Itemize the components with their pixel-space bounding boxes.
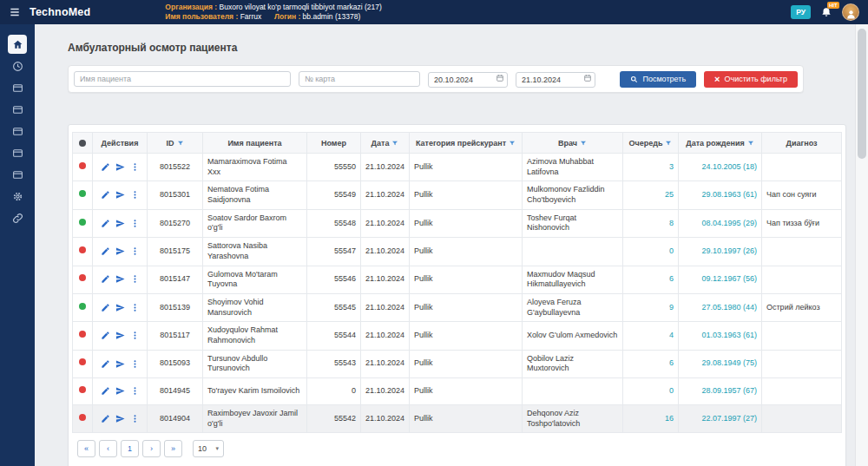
sidebar-item-module-3[interactable] [8, 121, 27, 141]
table-row[interactable]: 8015301Nematova Fotima Saidjonovna555492… [73, 181, 842, 209]
more-options-icon[interactable] [130, 303, 140, 312]
send-icon[interactable] [115, 246, 125, 256]
edit-icon[interactable] [101, 359, 110, 369]
edit-icon[interactable] [101, 219, 110, 228]
table-row[interactable]: 8015139Shoyimov Vohid Mansurovich5554521… [73, 293, 842, 321]
send-icon[interactable] [115, 190, 125, 200]
edit-icon[interactable] [101, 162, 110, 172]
edit-icon[interactable] [101, 303, 110, 312]
calendar-icon[interactable] [583, 74, 592, 82]
column-header-number: Номер [307, 133, 361, 154]
page-button[interactable]: › [142, 440, 161, 457]
patient-id: 8015522 [148, 154, 203, 181]
column-header-id[interactable]: ID [148, 133, 203, 154]
table-row[interactable]: 8014904Raximboyev Javoxir Jamil o'g'li55… [73, 405, 842, 433]
send-icon[interactable] [115, 359, 125, 369]
language-button[interactable]: РУ [791, 5, 811, 19]
column-header-date[interactable]: Дата [361, 133, 410, 154]
table-row[interactable]: 8015270Soatov Sardor Baxrom o'g'li555482… [73, 209, 842, 237]
more-options-icon[interactable] [130, 414, 140, 423]
card-number-input[interactable] [299, 71, 420, 87]
more-options-icon[interactable] [130, 274, 140, 284]
column-header-queue[interactable]: Очередь [623, 133, 679, 154]
visit-date: 21.10.2024 [361, 322, 410, 350]
patients-table: ДействияIDИмя пациентаНомерДатаКатегория… [72, 132, 842, 433]
doctor-name: Qobilov Laziz Muxtorovich [523, 350, 623, 377]
table-row[interactable]: 8015522Mamaraximova Fotima Xxx5555021.10… [73, 154, 842, 181]
table-row[interactable]: 8014945To'rayev Karim Ismoilovich021.10.… [73, 378, 842, 405]
edit-icon[interactable] [101, 190, 110, 200]
filter-icon[interactable] [747, 140, 754, 147]
edit-icon[interactable] [101, 414, 110, 423]
table-row[interactable]: 8015093Tursunov Abdullo Tursunovich55543… [73, 350, 842, 377]
menu-icon[interactable] [9, 6, 21, 18]
card-number: 55545 [307, 293, 361, 321]
send-icon[interactable] [115, 274, 125, 284]
more-options-icon[interactable] [130, 162, 140, 172]
table-row[interactable]: 8015147Gulomova Mo'taram Tuyovna5554621.… [73, 266, 842, 293]
queue-number: 16 [623, 405, 679, 433]
send-icon[interactable] [115, 303, 125, 312]
more-options-icon[interactable] [130, 359, 140, 369]
sidebar-item-links[interactable] [8, 208, 27, 227]
table-row[interactable]: 8015175Sattorova Nasiba Yarashovna555472… [73, 238, 842, 266]
sidebar-item-module-5[interactable] [8, 165, 27, 184]
column-header-birth[interactable]: Дата рождения [679, 133, 762, 154]
search-icon [630, 75, 638, 83]
filter-icon[interactable] [665, 140, 672, 147]
table-row[interactable]: 8015117Xudoyqulov Rahmat Rahmonovich5554… [73, 322, 842, 350]
more-options-icon[interactable] [130, 246, 140, 256]
patient-name: Raximboyev Javoxir Jamil o'g'li [203, 405, 307, 433]
user-label: Имя пользователя : [165, 12, 238, 21]
page-button[interactable]: 1 [121, 440, 139, 457]
column-label: Очередь [629, 139, 663, 148]
calendar-icon[interactable] [496, 74, 504, 82]
doctor-name: Azimova Muhabbat Latifovna [523, 154, 623, 181]
visit-date: 21.10.2024 [361, 350, 410, 377]
sidebar-item-module-2[interactable] [8, 100, 27, 119]
clear-filter-button[interactable]: × Очистить фильтр [704, 71, 798, 88]
sidebar-item-home[interactable] [8, 35, 27, 54]
send-icon[interactable] [115, 414, 125, 423]
edit-icon[interactable] [101, 274, 110, 284]
column-header-doctor[interactable]: Врач [523, 133, 623, 154]
send-icon[interactable] [115, 219, 125, 228]
sidebar-item-module-4[interactable] [8, 143, 27, 162]
more-options-icon[interactable] [130, 190, 140, 200]
sidebar-item-settings[interactable] [8, 187, 27, 206]
patient-name-input[interactable] [74, 71, 291, 87]
edit-icon[interactable] [101, 331, 110, 340]
scrollbar-thumb[interactable] [858, 29, 866, 159]
page-size-value: 10 [198, 444, 207, 453]
more-options-icon[interactable] [130, 219, 140, 228]
sidebar-item-history[interactable] [8, 56, 27, 75]
edit-icon[interactable] [101, 386, 110, 396]
edit-icon[interactable] [101, 246, 110, 256]
column-label: Дата рождения [686, 139, 745, 148]
column-header-category[interactable]: Категория прейскурант [410, 133, 523, 154]
price-category: Pullik [410, 266, 523, 293]
card-icon [12, 169, 23, 180]
send-icon[interactable] [115, 386, 125, 396]
more-options-icon[interactable] [130, 386, 140, 396]
user-avatar[interactable] [842, 3, 859, 21]
price-category: Pullik [410, 322, 523, 350]
birth-date: 01.03.1963 (61) [679, 322, 762, 350]
page-button[interactable]: « [77, 440, 95, 457]
filter-icon[interactable] [177, 140, 184, 147]
page-button[interactable]: » [164, 440, 182, 457]
page-button[interactable]: ‹ [99, 440, 117, 457]
filter-icon[interactable] [509, 140, 516, 147]
search-button[interactable]: Посмотреть [620, 71, 696, 88]
home-icon [12, 39, 23, 50]
filter-icon[interactable] [391, 140, 398, 147]
filter-icon[interactable] [580, 140, 587, 147]
column-header-diagnosis: Диагноз [762, 133, 842, 154]
page-size-select[interactable]: 10▾ [193, 440, 224, 457]
card-icon [12, 82, 23, 94]
notifications-button[interactable]: HIT [820, 6, 832, 19]
send-icon[interactable] [115, 331, 125, 340]
send-icon[interactable] [115, 162, 125, 172]
more-options-icon[interactable] [130, 331, 140, 340]
sidebar-item-module-1[interactable] [8, 78, 27, 97]
